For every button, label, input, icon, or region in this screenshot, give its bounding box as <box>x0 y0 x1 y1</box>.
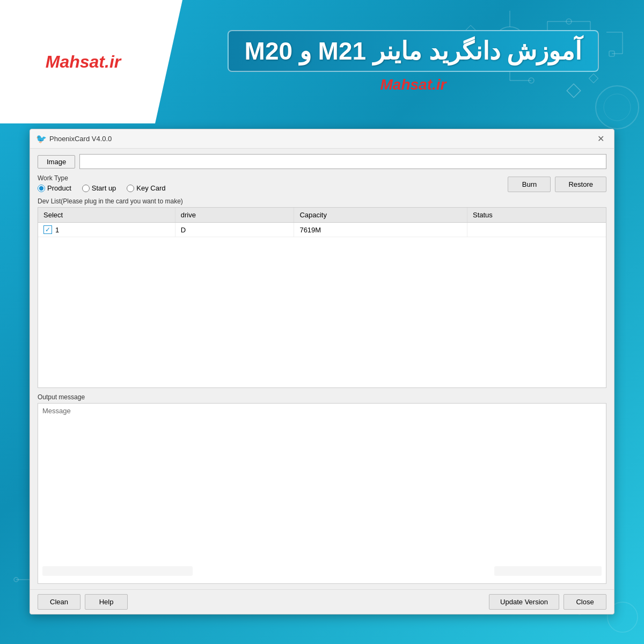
app-window: 🐦 PhoenixCard V4.0.0 ✕ Image Work Type P… <box>30 129 614 614</box>
radio-startup-label: Start up <box>92 184 116 192</box>
help-button[interactable]: Help <box>85 594 128 610</box>
restore-button[interactable]: Restore <box>555 177 606 192</box>
col-status: Status <box>467 208 606 223</box>
window-title: PhoenixCard V4.0.0 <box>49 135 112 143</box>
cell-drive: D <box>175 223 294 237</box>
output-section: Output message Message <box>38 393 606 584</box>
radio-startup-input[interactable] <box>82 185 90 192</box>
image-row: Image <box>38 154 606 169</box>
table-row: ✓ 1 D 7619M <box>38 223 606 237</box>
title-bar: 🐦 PhoenixCard V4.0.0 ✕ <box>30 129 614 149</box>
output-label: Output message <box>38 393 606 401</box>
cell-capacity: 7619M <box>294 223 467 237</box>
radio-startup[interactable]: Start up <box>82 184 116 192</box>
col-drive: drive <box>175 208 294 223</box>
bottom-buttons-bar: Clean Help Update Version Close <box>30 589 614 614</box>
mahsat-logo-center: Mahsat.ir <box>380 76 447 93</box>
col-capacity: Capacity <box>294 208 467 223</box>
window-content: Image Work Type Product Start up <box>30 149 614 589</box>
close-bottom-button[interactable]: Close <box>564 594 606 610</box>
top-banner: Mahsat.ir آموزش دانگرید ماینر M21 و M20 … <box>0 0 644 123</box>
mahsat-logo-left: Mahsat.ir <box>46 52 121 72</box>
title-bar-left: 🐦 PhoenixCard V4.0.0 <box>36 134 112 144</box>
app-icon: 🐦 <box>36 134 46 144</box>
output-box: Message <box>38 403 606 584</box>
radio-keycard[interactable]: Key Card <box>127 184 165 192</box>
work-type-inner: Product Start up Key Card <box>38 184 501 192</box>
work-type-section: Work Type Product Start up K <box>38 174 606 192</box>
scrollbar-hint-left <box>42 566 193 576</box>
col-select: Select <box>38 208 175 223</box>
image-path-input[interactable] <box>79 154 606 169</box>
message-placeholder: Message <box>42 407 602 415</box>
work-type-label: Work Type <box>38 174 68 182</box>
dev-list-table-container: Select drive Capacity Status ✓ 1 <box>38 207 606 388</box>
image-button[interactable]: Image <box>38 155 75 169</box>
cell-num: 1 <box>55 226 59 234</box>
dev-list-table: Select drive Capacity Status ✓ 1 <box>38 208 606 237</box>
update-version-button[interactable]: Update Version <box>489 594 559 610</box>
radio-product[interactable]: Product <box>38 184 71 192</box>
action-buttons: Burn Restore <box>508 177 606 192</box>
window-close-button[interactable]: ✕ <box>594 133 608 145</box>
clean-button[interactable]: Clean <box>38 594 80 610</box>
banner-right: آموزش دانگرید ماینر M21 و M20 Mahsat.ir <box>182 0 644 123</box>
radio-keycard-input[interactable] <box>127 185 134 192</box>
burn-button[interactable]: Burn <box>508 177 551 192</box>
radio-product-label: Product <box>47 184 71 192</box>
cell-select: ✓ 1 <box>38 223 175 237</box>
radio-keycard-label: Key Card <box>136 184 165 192</box>
dev-list-section: Dev List(Please plug in the card you wan… <box>38 197 606 388</box>
check-icon: ✓ <box>43 225 52 234</box>
work-type-container: Work Type Product Start up K <box>38 174 501 192</box>
banner-left: Mahsat.ir <box>0 0 182 123</box>
radio-product-input[interactable] <box>38 185 45 192</box>
dev-list-label: Dev List(Please plug in the card you wan… <box>38 197 606 205</box>
radio-group: Product Start up Key Card <box>38 184 501 192</box>
cell-status <box>467 223 606 237</box>
page-title: آموزش دانگرید ماینر M21 و M20 <box>228 30 599 72</box>
scrollbar-hint-right <box>494 566 602 576</box>
